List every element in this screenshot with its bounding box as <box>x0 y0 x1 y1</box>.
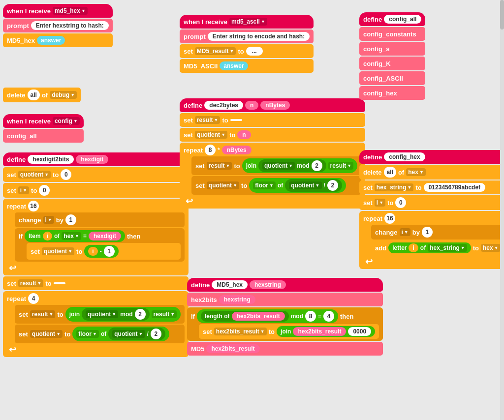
md5hex-dropdown[interactable]: md5_hex <box>53 7 88 15</box>
hex-dropdown-r2[interactable]: hex <box>481 244 501 252</box>
debug-dropdown[interactable]: debug <box>50 91 77 99</box>
i-dropdown-r[interactable]: i <box>375 199 385 207</box>
quotient-dropdown-f[interactable]: quotient <box>207 181 239 189</box>
to-label-qf: to <box>241 182 247 189</box>
floor-dropdown2[interactable]: floor <box>253 181 276 189</box>
one-pill: 1 <box>65 214 76 225</box>
prompt-ascii-block[interactable]: prompt Enter string to encode and hash: <box>180 30 314 43</box>
set-result-empty2-block[interactable]: set result to <box>180 113 365 127</box>
define-config-hex-block[interactable]: define config_hex <box>359 150 504 164</box>
hex2bits-block[interactable]: hex2bits hexstring <box>187 293 383 306</box>
quotient-dropdown3[interactable]: quotient <box>86 310 118 318</box>
sixteen-r-pill: 16 <box>384 213 395 224</box>
quotient-dropdown1[interactable]: quotient <box>18 171 51 179</box>
set-label-r: set <box>184 48 193 55</box>
quotient-dropdown5[interactable]: quotient <box>112 330 145 338</box>
i-dropdown1[interactable]: i <box>18 186 29 194</box>
set-result-join-block[interactable]: set result to join quotient mod 2 result <box>15 305 185 324</box>
scrollbar-thumb[interactable] <box>500 0 504 30</box>
empty-pill1 <box>54 282 65 284</box>
to-label6: to <box>64 330 70 338</box>
set-i-0-block[interactable]: set i to 0 <box>3 183 189 198</box>
one-pill-r: 1 <box>422 227 433 238</box>
md5result-dropdown[interactable]: MD5_result <box>195 47 236 55</box>
config-k-block[interactable]: config_K <box>359 57 425 70</box>
when-receive-md5ascii-block[interactable]: when I receive md5_ascii <box>180 15 314 29</box>
set-quotient-0-block[interactable]: set quotient to 0 <box>3 167 189 182</box>
hex2bits-dropdown[interactable]: hex2bits_result <box>214 328 267 335</box>
result-dropdown2[interactable]: result <box>30 310 56 318</box>
hex-dropdown-r[interactable]: hex <box>406 168 426 176</box>
loop-arrow2: ↩ <box>7 344 185 355</box>
group-config-hex-def: define config_hex delete all of hex set … <box>359 150 504 269</box>
set-quotient-n-block[interactable]: set quotient to n <box>180 128 365 142</box>
set-quotient-i-block[interactable]: set quotient to i - 1 <box>27 243 181 260</box>
result-dropdown-d[interactable]: result <box>195 116 220 124</box>
set-result-empty-block[interactable]: set result to <box>3 276 189 290</box>
config-all-block[interactable]: config_all <box>3 129 84 143</box>
loop-arrow3: ↩ <box>184 196 361 207</box>
quotient-dropdown-j[interactable]: quotient <box>262 162 295 170</box>
i-dropdown-r2[interactable]: i <box>400 228 410 236</box>
prompt-block[interactable]: prompt Enter hexstring to hash: <box>3 19 113 32</box>
quotient-dropdown4[interactable]: quotient <box>30 330 63 338</box>
i-dropdown2[interactable]: i <box>43 216 54 224</box>
of-label: of <box>42 91 48 99</box>
set-result-join2-block[interactable]: set result to join quotient mod 2 result <box>191 156 361 175</box>
repeat-8-block[interactable]: repeat 8 * nBytes set result to join quo… <box>180 143 365 209</box>
config-dropdown[interactable]: config <box>53 117 80 125</box>
config-hex-block[interactable]: config_hex <box>359 86 425 100</box>
set-quotient-floor2-block[interactable]: set quotient to floor of quotient / 2 <box>191 176 361 195</box>
delete-hex-block[interactable]: delete all of hex <box>359 165 504 180</box>
define-dec2bytes-block[interactable]: define dec2bytes n nBytes <box>180 98 365 112</box>
set-hex2bits-join-block[interactable]: set hex2bits_result to join hex2bits_res… <box>199 324 379 339</box>
set-hexstring-block[interactable]: set hex_string to 0123456789abcdef <box>359 180 504 194</box>
define-md5hex-block[interactable]: define MD5_hex hexstring <box>187 278 383 292</box>
result-dropdown-j[interactable]: result <box>207 162 232 170</box>
when-receive-md5hex-block[interactable]: when I receive md5_hex <box>3 4 113 18</box>
config-s-block[interactable]: config_s <box>359 42 425 56</box>
to-label4: to <box>45 280 51 287</box>
hexstring-dropdown[interactable]: hex_string <box>375 183 414 191</box>
result-dropdown-j2[interactable]: result <box>328 162 354 170</box>
set-quotient-floor-block[interactable]: set quotient to floor of quotient / 2 <box>15 325 185 343</box>
set-md5hex-block[interactable]: MD5_hex answer <box>3 33 113 47</box>
hex2bits-result-pill: hex2bits_result <box>232 312 285 321</box>
if-length-block[interactable]: if length of hex2bits_result mod 8 = 4 t… <box>187 307 383 341</box>
change-i-r-block[interactable]: change i by 1 <box>371 225 504 240</box>
if-item-hex-block[interactable]: if Item i of hex = hexdigit then set q <box>15 228 185 262</box>
change-i-by-1-block[interactable]: change i by 1 <box>15 212 185 227</box>
quotient-dropdown-d[interactable]: quotient <box>195 131 227 139</box>
set-md5ascii-block[interactable]: MD5_ASCII answer <box>180 59 314 73</box>
set-label-qf: set <box>195 182 205 189</box>
result-dropdown3[interactable]: result <box>152 310 177 318</box>
config-ascii-block[interactable]: config_ASCII <box>359 71 425 85</box>
repeat-16-block[interactable]: repeat 16 change i by 1 if Item i of <box>3 199 189 275</box>
hexdigit2bits-name: hexdigit2bits <box>28 155 74 164</box>
repeat-16-r-block[interactable]: repeat 16 change i by 1 add letter i of … <box>359 211 504 269</box>
when-receive-config-block[interactable]: when I receive config <box>3 114 84 128</box>
hex-dropdown1[interactable]: hex <box>62 232 81 240</box>
repeat-4-block[interactable]: repeat 4 set result to join quotient mod… <box>3 291 189 357</box>
delete-debug-block[interactable]: delete all of debug <box>3 88 81 102</box>
floor-dropdown1[interactable]: floor <box>76 330 99 338</box>
of-letter-label: of <box>420 244 426 251</box>
result-dropdown1[interactable]: result <box>18 279 44 287</box>
quotient-dropdown2[interactable]: quotient <box>42 247 74 255</box>
md5-block[interactable]: MD5 hex2bits_result <box>187 342 383 356</box>
of-label2: of <box>54 233 60 240</box>
add-letter-block[interactable]: add letter i of hex_string to hex <box>371 240 504 255</box>
config-constants-block[interactable]: config_constants <box>359 27 425 41</box>
set-i-0-r-block[interactable]: set i to 0 <box>359 195 504 210</box>
set-label5: set <box>19 311 28 318</box>
define-config-all-block[interactable]: define config_all <box>359 12 425 26</box>
set-md5result-block[interactable]: set MD5_result to ... <box>180 44 314 58</box>
md5ascii-dropdown[interactable]: md5_ascii <box>229 18 267 26</box>
quotient-dropdown-f2[interactable]: quotient <box>289 181 321 189</box>
of-hex-label: of <box>398 169 404 176</box>
hexstring-param: hexstring <box>250 280 286 289</box>
group-delete-debug: delete all of debug <box>3 88 81 102</box>
define-hexdigit2bits-block[interactable]: define hexdigit2bits hexdigit <box>3 152 189 166</box>
hexstring-dropdown2[interactable]: hex_string <box>428 244 467 252</box>
sixteen-pill: 16 <box>28 201 39 211</box>
